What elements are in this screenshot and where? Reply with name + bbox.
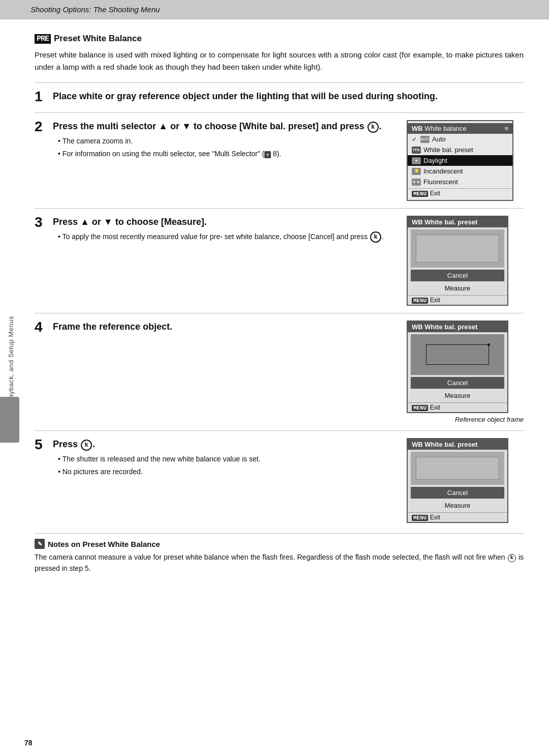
frame-dot: [487, 343, 490, 346]
header-text: Shooting Options: The Shooting Menu: [30, 5, 160, 14]
wb-cancel-btn-2: Cancel: [411, 270, 504, 281]
step-1-content: Place white or gray reference object und…: [53, 90, 524, 105]
section-title: Preset White Balance: [54, 34, 142, 44]
step-5-bullet-1: The shutter is released and the new whit…: [58, 454, 399, 465]
menu-key-4: MENU: [412, 515, 428, 521]
notes-text: The camera cannot measure a value for pr…: [35, 552, 524, 574]
sidebar: Shooting, Playback, and Setup Menus: [0, 25, 21, 728]
wb-preview-2: [411, 229, 504, 268]
wb-label: WB White balance: [412, 125, 467, 132]
step-4-text: Frame the reference object.: [53, 321, 399, 423]
menu-item-preset: PRE White bal. preset: [408, 144, 512, 155]
menu-footer-1: MENU Exit: [408, 188, 512, 198]
main-content: PRE Preset White Balance Preset white ba…: [24, 19, 549, 590]
page: Shooting Options: The Shooting Menu Shoo…: [0, 0, 549, 756]
exit-label-2: Exit: [430, 297, 440, 304]
wb-menu-title-1: WB White balance ≡: [408, 123, 512, 134]
step-4-right: WB White bal. preset Cancel Measure MENU: [407, 321, 524, 423]
wb-preview-inner-2: [416, 235, 499, 263]
incandescent-icon: 💡: [412, 168, 421, 175]
wb-cancel-btn-4: Cancel: [411, 487, 504, 499]
step-5-bullet-2: No pictures are recorded.: [58, 467, 399, 478]
menu-item-fluorescent: ✦✦ Fluorescent: [408, 177, 512, 187]
menu-item-incandescent-label: Incandescent: [423, 167, 463, 175]
wb-menu-footer-3: MENU Exit: [408, 402, 507, 412]
step-2-text: Press the multi selector ▲ or ▼ to choos…: [53, 120, 399, 201]
wb-menu-4: WB White bal. preset Cancel Measure MENU…: [407, 438, 508, 523]
menu-icon: ≡: [504, 125, 508, 132]
step-3-menu: WB White bal. preset Cancel Measure MENU…: [407, 216, 524, 306]
divider-1: [35, 82, 524, 83]
step-3-number: 3: [35, 215, 53, 306]
ok-button-icon-note: k: [508, 554, 516, 562]
wb-measure-btn-4: Measure: [411, 500, 504, 511]
wb-cancel-btn-3: Cancel: [411, 377, 504, 389]
step-2-number: 2: [35, 119, 53, 201]
step-4-body: Frame the reference object. WB White bal…: [53, 321, 524, 423]
step-3: 3 Press ▲ or ▼ to choose [Measure]. To a…: [35, 216, 524, 306]
notes-title: Notes on Preset White Balance: [48, 540, 160, 548]
step-5-title: Press k.: [53, 438, 399, 450]
step-2-bullet-1: The camera zooms in.: [58, 136, 399, 147]
step-1-title: Place white or gray reference object und…: [53, 90, 524, 102]
notes-heading: ✎ Notes on Preset White Balance: [35, 539, 524, 549]
step-3-title: Press ▲ or ▼ to choose [Measure].: [53, 216, 399, 228]
step-2: 2 Press the multi selector ▲ or ▼ to cho…: [35, 120, 524, 201]
pre-menu-icon: PRE: [412, 147, 421, 154]
divider-2: [35, 112, 524, 113]
step-1-number: 1: [35, 89, 53, 105]
step-1: 1 Place white or gray reference object u…: [35, 90, 524, 105]
wb-preset-title-3: WB White bal. preset: [408, 322, 507, 332]
page-header: Shooting Options: The Shooting Menu: [0, 0, 549, 19]
menu-item-incandescent: 💡 Incandescent: [408, 166, 512, 177]
wb-preview-4: [411, 452, 504, 485]
menu-item-daylight-label: Daylight: [423, 157, 447, 164]
wb-frame-preview: [411, 334, 504, 375]
exit-label-3: Exit: [430, 404, 440, 411]
step-2-title: Press the multi selector ▲ or ▼ to choos…: [53, 120, 399, 132]
note-icon: ✎: [35, 539, 45, 549]
exit-label-4: Exit: [430, 514, 440, 521]
step-5-bullets: The shutter is released and the new whit…: [53, 454, 399, 478]
section-heading: PRE Preset White Balance: [35, 34, 524, 44]
step-3-bullets: To apply the most recently measured valu…: [53, 231, 399, 243]
step-2-bullet-2: For information on using the multi selec…: [58, 149, 399, 160]
menu-key-2: MENU: [412, 298, 428, 304]
sidebar-tab: [0, 397, 19, 443]
menu-key-1: MENU: [412, 191, 428, 197]
wb-menu-2: WB White bal. preset Cancel Measure MENU…: [407, 216, 508, 306]
step-5-right: WB White bal. preset Cancel Measure MENU…: [407, 438, 524, 523]
ok-button-icon-3: k: [370, 231, 381, 243]
wb-preview-inner-4: [416, 457, 499, 480]
menu-item-preset-label: White bal. preset: [423, 146, 473, 154]
step-2-content: Press the multi selector ▲ or ▼ to choos…: [53, 120, 524, 201]
wb-preset-title-4: WB White bal. preset: [408, 439, 507, 450]
menu-key-3: MENU: [412, 405, 428, 411]
intro-paragraph: Preset white balance is used with mixed …: [35, 49, 524, 73]
step-4-number: 4: [35, 319, 53, 423]
auto-icon: AUTO: [420, 136, 430, 143]
step-3-text: Press ▲ or ▼ to choose [Measure]. To app…: [53, 216, 399, 306]
fluorescent-icon: ✦✦: [412, 179, 421, 186]
step-3-bullet-1: To apply the most recently measured valu…: [58, 231, 399, 243]
divider-5: [35, 430, 524, 431]
wb-preset-title-2: WB White bal. preset: [408, 217, 507, 227]
wb-menu-1: WB White balance ≡ AUTO Auto PRE White b…: [407, 120, 513, 201]
pre-icon: PRE: [35, 34, 51, 44]
step-3-body: Press ▲ or ▼ to choose [Measure]. To app…: [53, 216, 524, 306]
step-2-body: Press the multi selector ▲ or ▼ to choos…: [53, 120, 524, 201]
wb-menu-3: WB White bal. preset Cancel Measure MENU: [407, 321, 508, 413]
reference-object-label: Reference object frame: [407, 416, 524, 423]
step-2-menu: WB White balance ≡ AUTO Auto PRE White b…: [407, 120, 524, 201]
step-4-title: Frame the reference object.: [53, 321, 399, 333]
menu-item-auto: AUTO Auto: [408, 134, 512, 144]
step-5: 5 Press k. The shutter is released and t…: [35, 438, 524, 523]
daylight-icon: ☀: [412, 157, 421, 164]
step-2-bullets: The camera zooms in. For information on …: [53, 136, 399, 160]
step-5-text: Press k. The shutter is released and the…: [53, 438, 399, 523]
step-5-content: Press k. The shutter is released and the…: [53, 438, 524, 523]
exit-label-1: Exit: [430, 190, 440, 197]
page-number: 78: [24, 739, 33, 747]
book-ref-icon: ✦: [264, 151, 271, 158]
step-5-number: 5: [35, 437, 53, 523]
